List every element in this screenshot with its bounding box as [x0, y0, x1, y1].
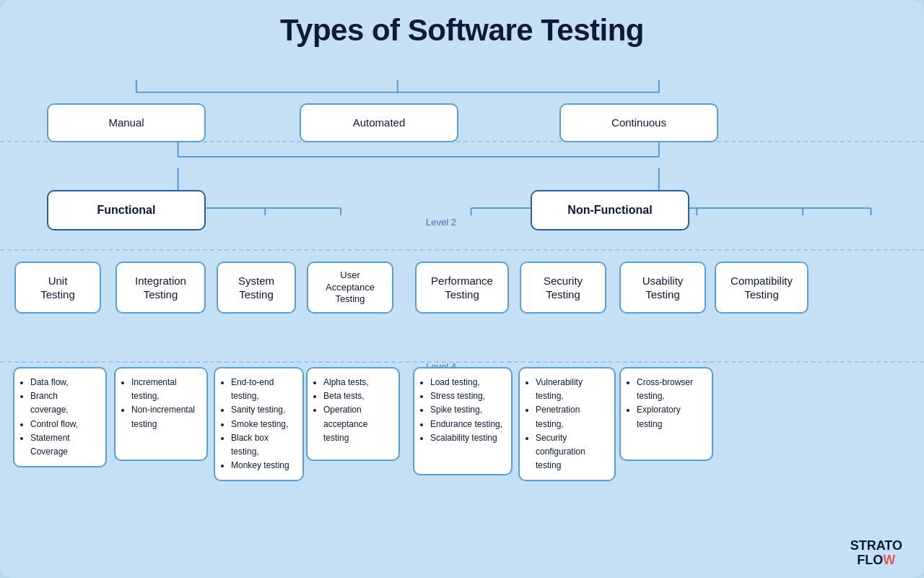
functional-node: Functional [47, 190, 206, 230]
integration-detail-box: Incremental testing, Non-incremental tes… [114, 367, 208, 461]
usability-testing-node: UsabilityTesting [619, 262, 706, 314]
unit-detail-box: Data flow, Branch coverage, Control flow… [13, 367, 107, 467]
nonfunctional-node: Non-Functional [531, 190, 689, 230]
branding-line1: STRATO [850, 539, 902, 553]
system-testing-node: SystemTesting [217, 262, 296, 314]
level2-label: Level 2 [426, 217, 456, 228]
performance-testing-node: PerformanceTesting [415, 262, 509, 314]
dashed-line-3 [0, 361, 924, 363]
performance-detail-box: Load testing, Stress testing, Spike test… [413, 367, 513, 475]
manual-node: Manual [47, 103, 206, 142]
security-testing-node: SecurityTesting [520, 262, 606, 314]
security-detail-box: Vulnerability testing, Penetration testi… [518, 367, 616, 481]
branding: STRATO FLOW [850, 539, 902, 568]
branding-line2: FLOW [850, 553, 902, 568]
unit-testing-node: UnitTesting [14, 262, 101, 314]
automated-node: Automated [300, 103, 458, 142]
dashed-line-2 [0, 249, 924, 251]
uat-node: UserAcceptanceTesting [307, 262, 393, 314]
main-container: Types of Software Testing [0, 0, 924, 578]
continuous-node: Continuous [559, 103, 718, 142]
integration-testing-node: IntegrationTesting [116, 262, 206, 314]
w-char: W [883, 553, 895, 567]
usability-detail-box: Cross-browser testing, Exploratory testi… [619, 367, 713, 461]
system-detail-box: End-to-end testing, Sanity testing, Smok… [214, 367, 304, 481]
page-title: Types of Software Testing [22, 13, 902, 48]
uat-detail-box: Alpha tests, Beta tests, Operation accep… [306, 367, 400, 461]
compatibility-testing-node: CompatibilityTesting [715, 262, 808, 314]
